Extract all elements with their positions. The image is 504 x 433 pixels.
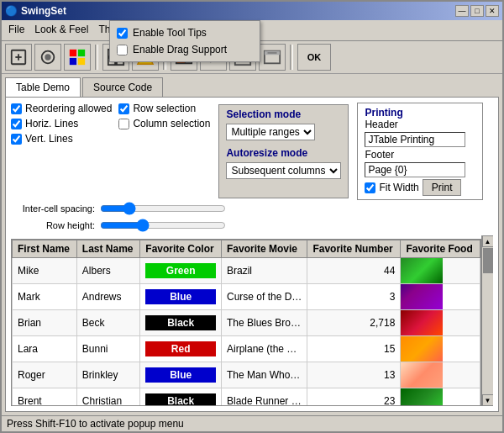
scroll-up-btn[interactable]: ▲: [482, 235, 494, 247]
column-selection-item: Column selection: [118, 118, 210, 129]
menu-file[interactable]: File: [3, 22, 29, 39]
toolbar-btn-circle[interactable]: [34, 44, 61, 71]
table-row: Roger Brinkley Blue The Man Who Kn... 13: [13, 362, 480, 388]
selection-mode-panel: Selection mode Multiple ranges Single ra…: [218, 104, 349, 198]
table-header: First Name Last Name Favorite Color Favo…: [13, 240, 480, 258]
cell-number: 23: [307, 388, 401, 407]
status-bar: Press Shift-F10 to activate popup menu: [2, 415, 502, 431]
enable-drag-label: Enable Drag Support: [133, 44, 227, 55]
scrollbar: ▲ ▼: [481, 235, 493, 406]
sliders-row: Inter-cell spacing: Row height:: [11, 202, 493, 232]
col-favorite-number: Favorite Number: [307, 240, 401, 258]
tab-content: Reordering allowed Horiz. Lines Vert. Li…: [5, 97, 499, 412]
cell-movie: The Man Who Kn...: [221, 362, 307, 388]
cell-first: Lara: [13, 336, 77, 362]
enable-drag-item[interactable]: Enable Drag Support: [110, 41, 260, 58]
maximize-button[interactable]: □: [470, 5, 484, 17]
cell-first: Brent: [13, 388, 77, 407]
horiz-lines-checkbox[interactable]: [11, 119, 22, 129]
printing-row: Header Footer: [365, 119, 475, 177]
cell-food: [401, 388, 480, 407]
row-height-slider[interactable]: [100, 219, 226, 232]
cell-last: Beck: [76, 310, 139, 336]
table-row: Mark Andrews Blue Curse of the Demon 3: [13, 284, 480, 310]
menu-area: File Look & Feel Themes Options Enable T…: [2, 20, 502, 41]
tab-source-code[interactable]: Source Code: [82, 77, 163, 97]
inter-cell-row: Inter-cell spacing:: [11, 202, 493, 215]
reordering-checkbox[interactable]: [11, 103, 22, 114]
cell-food: [401, 336, 480, 362]
column-selection-checkbox[interactable]: [118, 119, 129, 129]
svg-rect-8: [78, 58, 85, 65]
cell-color: Black: [140, 310, 222, 336]
toolbar-btn-new[interactable]: [5, 44, 32, 71]
svg-rect-6: [78, 50, 85, 56]
toolbar-sep-3: [290, 45, 293, 70]
vert-lines-checkbox[interactable]: [11, 134, 22, 145]
enable-tooltips-checkbox[interactable]: [117, 28, 128, 39]
cell-number: 3: [307, 284, 401, 310]
checkboxes-left: Reordering allowed Horiz. Lines Vert. Li…: [11, 103, 112, 200]
print-button[interactable]: Print: [423, 179, 462, 196]
vert-lines-label: Vert. Lines: [25, 133, 73, 145]
toolbar-btn-colors[interactable]: [64, 44, 91, 71]
title-bar-controls: — □ ✕: [455, 5, 499, 17]
minimize-button[interactable]: —: [455, 5, 469, 17]
cell-last: Andrews: [76, 284, 139, 310]
cell-color: Green: [140, 258, 222, 284]
toolbar-btn-ok[interactable]: OK: [297, 44, 331, 71]
cell-first: Roger: [13, 362, 77, 388]
cell-first: Mike: [13, 258, 77, 284]
cell-number: 2,718: [307, 310, 401, 336]
scroll-thumb[interactable]: [483, 248, 493, 273]
toolbar-btn-window2[interactable]: [259, 44, 286, 71]
enable-tooltips-label: Enable Tool Tips: [133, 27, 207, 39]
top-settings: Reordering allowed Horiz. Lines Vert. Li…: [11, 103, 493, 200]
svg-rect-7: [70, 58, 76, 65]
toolbar-sep-1: [95, 45, 98, 70]
tab-bar: Table Demo Source Code: [5, 77, 499, 97]
cell-food: [401, 284, 480, 310]
header-input[interactable]: [365, 132, 465, 147]
vert-lines-item: Vert. Lines: [11, 133, 112, 145]
row-height-label: Row height:: [11, 220, 95, 230]
row-selection-checkbox[interactable]: [118, 103, 129, 114]
printing-panel: Printing Header Footer Fit Width Print: [357, 103, 483, 200]
table-container[interactable]: First Name Last Name Favorite Color Favo…: [11, 239, 481, 406]
svg-point-4: [45, 54, 50, 60]
cell-last: Bunni: [76, 336, 139, 362]
cell-last: Albers: [76, 258, 139, 284]
cell-movie: Airplane (the who...: [221, 336, 307, 362]
fit-width-checkbox[interactable]: [365, 182, 375, 193]
row-selection-item: Row selection: [118, 103, 210, 114]
selection-mode-select[interactable]: Multiple ranges Single range Single: [226, 124, 315, 140]
cell-number: 15: [307, 336, 401, 362]
col-favorite-color: Favorite Color: [140, 240, 222, 258]
tab-table-demo[interactable]: Table Demo: [5, 77, 81, 97]
cell-color: Blue: [140, 362, 222, 388]
cell-number: 44: [307, 258, 401, 284]
svg-rect-5: [70, 50, 76, 56]
footer-label: Footer: [365, 149, 475, 161]
enable-tooltips-item[interactable]: Enable Tool Tips: [110, 24, 260, 41]
autoresize-mode-select[interactable]: Subsequent columns Last column Off: [226, 162, 341, 179]
close-button[interactable]: ✕: [486, 5, 499, 17]
cell-first: Brian: [13, 310, 77, 336]
content-area: Table Demo Source Code Reordering allowe…: [2, 74, 502, 415]
window-title: SwingSet: [21, 5, 66, 17]
autoresize-mode-title: Autoresize mode: [226, 147, 341, 159]
scroll-down-btn[interactable]: ▼: [482, 394, 494, 406]
table-row: Lara Bunni Red Airplane (the who... 15: [13, 336, 480, 362]
cell-color: Blue: [140, 284, 222, 310]
table-row: Mike Albers Green Brazil 44: [13, 258, 480, 284]
cell-movie: The Blues Brothers: [221, 310, 307, 336]
inter-cell-slider[interactable]: [100, 202, 226, 215]
footer-input[interactable]: [365, 162, 465, 177]
cell-movie: Blade Runner (Dir...: [221, 388, 307, 407]
menu-look-feel[interactable]: Look & Feel: [29, 22, 93, 39]
checkboxes-right: Row selection Column selection: [118, 103, 210, 200]
cell-color: Black: [140, 388, 222, 407]
col-last-name: Last Name: [76, 240, 139, 258]
cell-food: [401, 310, 480, 336]
enable-drag-checkbox[interactable]: [117, 45, 128, 55]
